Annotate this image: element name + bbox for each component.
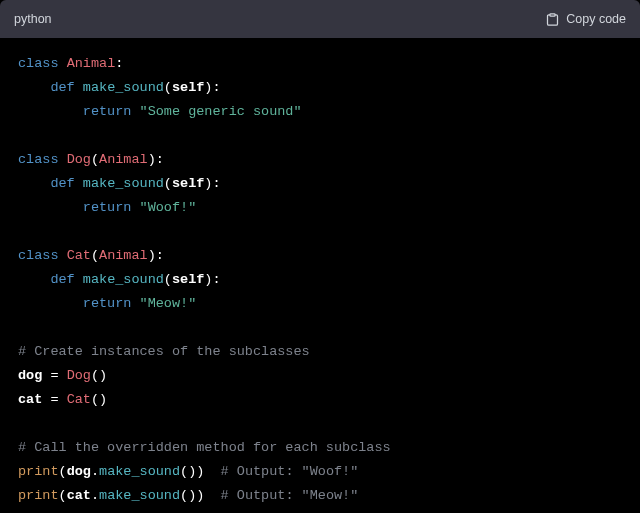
- code-line: def make_sound(self):: [18, 172, 622, 196]
- code-header: python Copy code: [0, 0, 640, 38]
- code-line: return "Some generic sound": [18, 100, 622, 124]
- code-line: def make_sound(self):: [18, 76, 622, 100]
- code-line: return "Meow!": [18, 292, 622, 316]
- code-line: class Animal:: [18, 52, 622, 76]
- code-line: def make_sound(self):: [18, 268, 622, 292]
- svg-rect-0: [550, 13, 555, 15]
- code-line: class Dog(Animal):: [18, 148, 622, 172]
- code-area[interactable]: class Animal: def make_sound(self): retu…: [0, 38, 640, 513]
- code-line: [18, 412, 622, 436]
- clipboard-icon: [545, 12, 560, 27]
- code-line: print(cat.make_sound()) # Output: "Meow!…: [18, 484, 622, 508]
- code-line: [18, 316, 622, 340]
- copy-code-label: Copy code: [566, 12, 626, 26]
- copy-code-button[interactable]: Copy code: [545, 12, 626, 27]
- code-line: # Call the overridden method for each su…: [18, 436, 622, 460]
- code-line: cat = Cat(): [18, 388, 622, 412]
- code-line: [18, 124, 622, 148]
- code-line: # Create instances of the subclasses: [18, 340, 622, 364]
- code-line: [18, 220, 622, 244]
- code-lines: class Animal: def make_sound(self): retu…: [18, 52, 622, 508]
- code-line: dog = Dog(): [18, 364, 622, 388]
- code-line: print(dog.make_sound()) # Output: "Woof!…: [18, 460, 622, 484]
- code-line: class Cat(Animal):: [18, 244, 622, 268]
- code-block: python Copy code class Animal: def make_…: [0, 0, 640, 513]
- code-language-label: python: [14, 12, 52, 26]
- code-line: return "Woof!": [18, 196, 622, 220]
